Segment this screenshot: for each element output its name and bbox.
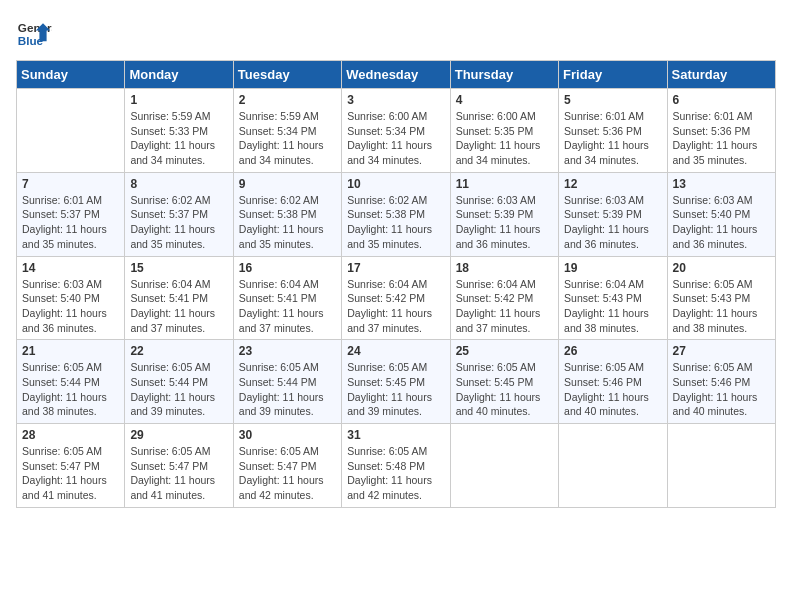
calendar-body: 1Sunrise: 5:59 AM Sunset: 5:33 PM Daylig… <box>17 89 776 508</box>
day-info: Sunrise: 6:03 AM Sunset: 5:39 PM Dayligh… <box>456 193 553 252</box>
day-info: Sunrise: 6:03 AM Sunset: 5:40 PM Dayligh… <box>22 277 119 336</box>
calendar-cell: 24Sunrise: 6:05 AM Sunset: 5:45 PM Dayli… <box>342 340 450 424</box>
day-info: Sunrise: 6:05 AM Sunset: 5:45 PM Dayligh… <box>456 360 553 419</box>
day-info: Sunrise: 6:04 AM Sunset: 5:43 PM Dayligh… <box>564 277 661 336</box>
day-info: Sunrise: 6:00 AM Sunset: 5:35 PM Dayligh… <box>456 109 553 168</box>
calendar-week-row: 28Sunrise: 6:05 AM Sunset: 5:47 PM Dayli… <box>17 424 776 508</box>
calendar-cell: 29Sunrise: 6:05 AM Sunset: 5:47 PM Dayli… <box>125 424 233 508</box>
day-number: 29 <box>130 428 227 442</box>
day-number: 20 <box>673 261 770 275</box>
day-info: Sunrise: 6:05 AM Sunset: 5:46 PM Dayligh… <box>673 360 770 419</box>
calendar-cell: 26Sunrise: 6:05 AM Sunset: 5:46 PM Dayli… <box>559 340 667 424</box>
day-number: 9 <box>239 177 336 191</box>
calendar-cell: 27Sunrise: 6:05 AM Sunset: 5:46 PM Dayli… <box>667 340 775 424</box>
calendar-cell: 30Sunrise: 6:05 AM Sunset: 5:47 PM Dayli… <box>233 424 341 508</box>
calendar-cell: 16Sunrise: 6:04 AM Sunset: 5:41 PM Dayli… <box>233 256 341 340</box>
day-info: Sunrise: 6:01 AM Sunset: 5:37 PM Dayligh… <box>22 193 119 252</box>
day-number: 13 <box>673 177 770 191</box>
calendar-cell: 28Sunrise: 6:05 AM Sunset: 5:47 PM Dayli… <box>17 424 125 508</box>
logo: General Blue <box>16 16 52 52</box>
calendar-cell: 9Sunrise: 6:02 AM Sunset: 5:38 PM Daylig… <box>233 172 341 256</box>
day-number: 19 <box>564 261 661 275</box>
calendar-cell: 7Sunrise: 6:01 AM Sunset: 5:37 PM Daylig… <box>17 172 125 256</box>
day-info: Sunrise: 5:59 AM Sunset: 5:33 PM Dayligh… <box>130 109 227 168</box>
day-info: Sunrise: 6:04 AM Sunset: 5:41 PM Dayligh… <box>130 277 227 336</box>
calendar-cell: 4Sunrise: 6:00 AM Sunset: 5:35 PM Daylig… <box>450 89 558 173</box>
calendar-cell: 21Sunrise: 6:05 AM Sunset: 5:44 PM Dayli… <box>17 340 125 424</box>
day-info: Sunrise: 6:01 AM Sunset: 5:36 PM Dayligh… <box>564 109 661 168</box>
calendar-cell <box>450 424 558 508</box>
calendar-cell: 25Sunrise: 6:05 AM Sunset: 5:45 PM Dayli… <box>450 340 558 424</box>
logo-icon: General Blue <box>16 16 52 52</box>
calendar-cell <box>559 424 667 508</box>
day-number: 31 <box>347 428 444 442</box>
day-number: 2 <box>239 93 336 107</box>
day-info: Sunrise: 6:05 AM Sunset: 5:43 PM Dayligh… <box>673 277 770 336</box>
day-info: Sunrise: 6:05 AM Sunset: 5:44 PM Dayligh… <box>22 360 119 419</box>
weekday-label: Tuesday <box>233 61 341 89</box>
day-info: Sunrise: 6:05 AM Sunset: 5:47 PM Dayligh… <box>239 444 336 503</box>
day-number: 17 <box>347 261 444 275</box>
calendar-cell: 31Sunrise: 6:05 AM Sunset: 5:48 PM Dayli… <box>342 424 450 508</box>
calendar-cell: 8Sunrise: 6:02 AM Sunset: 5:37 PM Daylig… <box>125 172 233 256</box>
page-header: General Blue <box>16 16 776 52</box>
day-info: Sunrise: 6:04 AM Sunset: 5:41 PM Dayligh… <box>239 277 336 336</box>
day-number: 6 <box>673 93 770 107</box>
day-info: Sunrise: 6:05 AM Sunset: 5:46 PM Dayligh… <box>564 360 661 419</box>
day-number: 27 <box>673 344 770 358</box>
day-number: 8 <box>130 177 227 191</box>
calendar-week-row: 14Sunrise: 6:03 AM Sunset: 5:40 PM Dayli… <box>17 256 776 340</box>
calendar-cell: 18Sunrise: 6:04 AM Sunset: 5:42 PM Dayli… <box>450 256 558 340</box>
day-info: Sunrise: 6:02 AM Sunset: 5:37 PM Dayligh… <box>130 193 227 252</box>
weekday-label: Saturday <box>667 61 775 89</box>
weekday-label: Friday <box>559 61 667 89</box>
day-info: Sunrise: 5:59 AM Sunset: 5:34 PM Dayligh… <box>239 109 336 168</box>
day-info: Sunrise: 6:05 AM Sunset: 5:47 PM Dayligh… <box>130 444 227 503</box>
day-info: Sunrise: 6:03 AM Sunset: 5:40 PM Dayligh… <box>673 193 770 252</box>
weekday-header-row: SundayMondayTuesdayWednesdayThursdayFrid… <box>17 61 776 89</box>
day-info: Sunrise: 6:01 AM Sunset: 5:36 PM Dayligh… <box>673 109 770 168</box>
day-number: 12 <box>564 177 661 191</box>
day-number: 30 <box>239 428 336 442</box>
calendar-cell: 22Sunrise: 6:05 AM Sunset: 5:44 PM Dayli… <box>125 340 233 424</box>
calendar-cell: 10Sunrise: 6:02 AM Sunset: 5:38 PM Dayli… <box>342 172 450 256</box>
day-info: Sunrise: 6:02 AM Sunset: 5:38 PM Dayligh… <box>239 193 336 252</box>
calendar-week-row: 7Sunrise: 6:01 AM Sunset: 5:37 PM Daylig… <box>17 172 776 256</box>
day-number: 25 <box>456 344 553 358</box>
day-number: 23 <box>239 344 336 358</box>
day-number: 28 <box>22 428 119 442</box>
day-number: 1 <box>130 93 227 107</box>
day-info: Sunrise: 6:05 AM Sunset: 5:44 PM Dayligh… <box>130 360 227 419</box>
day-number: 22 <box>130 344 227 358</box>
calendar-cell: 15Sunrise: 6:04 AM Sunset: 5:41 PM Dayli… <box>125 256 233 340</box>
day-number: 26 <box>564 344 661 358</box>
calendar-cell: 12Sunrise: 6:03 AM Sunset: 5:39 PM Dayli… <box>559 172 667 256</box>
day-number: 7 <box>22 177 119 191</box>
calendar-cell: 14Sunrise: 6:03 AM Sunset: 5:40 PM Dayli… <box>17 256 125 340</box>
day-info: Sunrise: 6:04 AM Sunset: 5:42 PM Dayligh… <box>347 277 444 336</box>
day-info: Sunrise: 6:05 AM Sunset: 5:47 PM Dayligh… <box>22 444 119 503</box>
calendar-cell: 23Sunrise: 6:05 AM Sunset: 5:44 PM Dayli… <box>233 340 341 424</box>
day-number: 18 <box>456 261 553 275</box>
day-number: 21 <box>22 344 119 358</box>
day-number: 14 <box>22 261 119 275</box>
calendar-cell: 13Sunrise: 6:03 AM Sunset: 5:40 PM Dayli… <box>667 172 775 256</box>
day-info: Sunrise: 6:05 AM Sunset: 5:44 PM Dayligh… <box>239 360 336 419</box>
calendar-cell: 3Sunrise: 6:00 AM Sunset: 5:34 PM Daylig… <box>342 89 450 173</box>
calendar-table: SundayMondayTuesdayWednesdayThursdayFrid… <box>16 60 776 508</box>
calendar-cell: 5Sunrise: 6:01 AM Sunset: 5:36 PM Daylig… <box>559 89 667 173</box>
day-info: Sunrise: 6:03 AM Sunset: 5:39 PM Dayligh… <box>564 193 661 252</box>
day-info: Sunrise: 6:02 AM Sunset: 5:38 PM Dayligh… <box>347 193 444 252</box>
calendar-cell: 17Sunrise: 6:04 AM Sunset: 5:42 PM Dayli… <box>342 256 450 340</box>
day-info: Sunrise: 6:05 AM Sunset: 5:45 PM Dayligh… <box>347 360 444 419</box>
day-info: Sunrise: 6:00 AM Sunset: 5:34 PM Dayligh… <box>347 109 444 168</box>
weekday-label: Thursday <box>450 61 558 89</box>
calendar-cell: 20Sunrise: 6:05 AM Sunset: 5:43 PM Dayli… <box>667 256 775 340</box>
calendar-week-row: 1Sunrise: 5:59 AM Sunset: 5:33 PM Daylig… <box>17 89 776 173</box>
day-number: 10 <box>347 177 444 191</box>
day-number: 5 <box>564 93 661 107</box>
day-number: 3 <box>347 93 444 107</box>
calendar-cell: 2Sunrise: 5:59 AM Sunset: 5:34 PM Daylig… <box>233 89 341 173</box>
calendar-cell <box>17 89 125 173</box>
calendar-cell: 6Sunrise: 6:01 AM Sunset: 5:36 PM Daylig… <box>667 89 775 173</box>
